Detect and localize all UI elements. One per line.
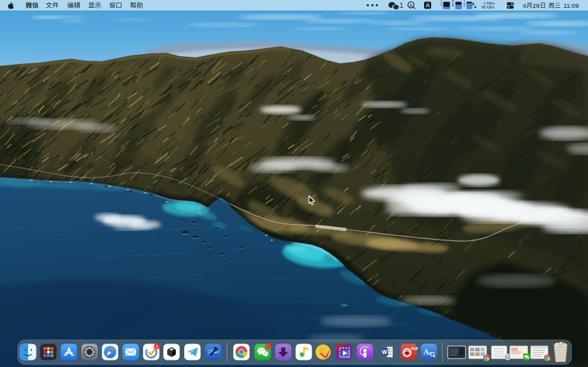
svg-text:1: 1 [400, 1, 404, 9]
svg-text:95 KB/s: 95 KB/s [482, 5, 495, 9]
svg-text:1 KB/s: 1 KB/s [483, 1, 495, 5]
svg-text:4: 4 [523, 2, 527, 9]
svg-text:M: M [452, 5, 454, 7]
svg-text:PDF: PDF [411, 347, 419, 351]
svg-text:W: W [382, 349, 387, 355]
svg-text:28: 28 [532, 2, 540, 9]
svg-text:11:09: 11:09 [563, 2, 579, 9]
svg-text:A: A [410, 3, 413, 8]
svg-text:A: A [426, 2, 431, 8]
